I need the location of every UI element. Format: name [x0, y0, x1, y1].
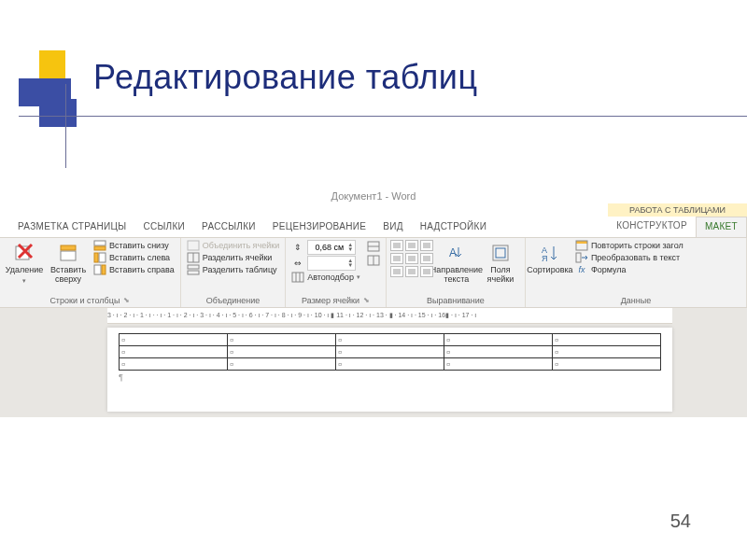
- insert-right-icon: [93, 264, 106, 275]
- repeat-header-icon: [575, 240, 588, 251]
- distribute-cols-icon: [367, 255, 380, 266]
- dropdown-icon: ▾: [357, 273, 360, 281]
- rows-cols-launcher[interactable]: ⬊: [123, 296, 130, 305]
- align-tr[interactable]: [420, 240, 433, 251]
- group-alignment-label: Выравнивание: [427, 296, 485, 305]
- text-direction-button[interactable]: A Направление текста: [436, 240, 477, 287]
- repeat-header-button[interactable]: Повторить строки загол: [573, 240, 685, 251]
- cell-margins-label: Поля ячейки: [481, 266, 520, 285]
- distribute-cols-button[interactable]: [365, 255, 382, 266]
- row-height-input[interactable]: [310, 242, 345, 253]
- formula-button[interactable]: fx Формула: [573, 264, 685, 275]
- slide-number: 54: [670, 511, 691, 532]
- svg-rect-28: [576, 253, 581, 262]
- group-rows-cols-label: Строки и столбцы: [49, 296, 120, 305]
- insert-right-label: Вставить справа: [109, 265, 175, 274]
- insert-below-icon: [93, 240, 106, 251]
- horizontal-ruler[interactable]: 3 · ı · 2 · ı · 1 · ı · · ı · 1 · ı · 2 …: [107, 308, 672, 324]
- svg-rect-13: [188, 271, 199, 274]
- align-tl[interactable]: [390, 240, 403, 251]
- ribbon: Удаление ▾ Вставить сверху Вставить сниз…: [0, 238, 747, 308]
- tab-design[interactable]: КОНСТРУКТОР: [608, 217, 696, 237]
- svg-rect-9: [188, 241, 199, 250]
- split-table-icon: [187, 264, 200, 275]
- insert-below-button[interactable]: Вставить снизу: [92, 240, 176, 251]
- document-page[interactable]: ¤¤¤¤¤ ¤¤¤¤¤ ¤¤¤¤¤ ¶: [107, 328, 672, 412]
- autofit-button[interactable]: Автоподбор ▾: [289, 272, 362, 283]
- table-row: ¤¤¤¤¤: [120, 346, 661, 358]
- svg-rect-8: [102, 265, 106, 274]
- convert-text-button[interactable]: Преобразовать в текст: [573, 252, 685, 263]
- svg-rect-4: [94, 246, 106, 250]
- insert-left-label: Вставить слева: [109, 253, 170, 262]
- cell-size-launcher[interactable]: ⬊: [363, 296, 370, 305]
- group-rows-cols: Удаление ▾ Вставить сверху Вставить сниз…: [0, 238, 181, 307]
- align-mr[interactable]: [420, 253, 433, 264]
- insert-below-label: Вставить снизу: [109, 241, 169, 250]
- row-height-icon: ⇕: [291, 242, 304, 253]
- insert-right-button[interactable]: Вставить справа: [92, 264, 176, 275]
- insert-left-icon: [93, 252, 106, 263]
- align-br[interactable]: [420, 266, 433, 277]
- align-ml[interactable]: [390, 253, 403, 264]
- svg-rect-1: [61, 251, 76, 260]
- formula-label: Формула: [591, 265, 627, 274]
- document-area: 3 · ı · 2 · ı · 1 · ı · · ı · 1 · ı · 2 …: [0, 308, 747, 417]
- sort-button[interactable]: AЯ Сортировка: [529, 240, 571, 277]
- text-direction-icon: A: [445, 242, 468, 264]
- tab-mailings[interactable]: РАССЫЛКИ: [193, 217, 264, 237]
- group-merge: Объединить ячейки Разделить ячейки Разде…: [181, 238, 286, 307]
- svg-rect-3: [94, 241, 106, 245]
- svg-rect-12: [188, 265, 199, 269]
- svg-rect-14: [292, 273, 303, 282]
- row-height-field[interactable]: ⇕ ▲▼: [289, 240, 362, 255]
- split-cells-icon: [187, 252, 200, 263]
- dropdown-icon: ▾: [22, 277, 26, 285]
- group-alignment: A Направление текста Поля ячейки Выравни…: [387, 238, 526, 307]
- col-width-field[interactable]: ⇔ ▲▼: [289, 256, 362, 271]
- svg-rect-23: [496, 248, 505, 258]
- merge-cells-label: Объединить ячейки: [203, 241, 279, 250]
- cell-margins-icon: [489, 242, 512, 264]
- spinner-icon[interactable]: ▲▼: [347, 259, 353, 268]
- tab-review[interactable]: РЕЦЕНЗИРОВАНИЕ: [264, 217, 374, 237]
- align-mc[interactable]: [405, 253, 418, 264]
- merge-cells-icon: [187, 240, 200, 251]
- merge-cells-button: Объединить ячейки: [185, 240, 281, 251]
- alignment-grid: [390, 240, 433, 277]
- tab-addins[interactable]: НАДСТРОЙКИ: [412, 217, 495, 237]
- split-cells-button[interactable]: Разделить ячейки: [185, 252, 281, 263]
- context-header: РАБОТА С ТАБЛИЦАМИ: [608, 203, 747, 217]
- tab-references[interactable]: ССЫЛКИ: [134, 217, 193, 237]
- context-tab-group: РАБОТА С ТАБЛИЦАМИ КОНСТРУКТОР МАКЕТ: [608, 203, 747, 237]
- distribute-rows-button[interactable]: [365, 241, 382, 252]
- align-tc[interactable]: [405, 240, 418, 251]
- distribute-rows-icon: [367, 241, 380, 252]
- sort-icon: AЯ: [539, 242, 561, 264]
- text-direction-label: Направление текста: [430, 266, 483, 285]
- insert-left-button[interactable]: Вставить слева: [92, 252, 176, 263]
- group-data-label: Данные: [621, 296, 652, 305]
- table-row: ¤¤¤¤¤: [120, 334, 661, 346]
- delete-icon: [13, 242, 35, 264]
- cell-margins-button[interactable]: Поля ячейки: [480, 240, 521, 287]
- sort-label: Сортировка: [527, 266, 572, 275]
- split-table-button[interactable]: Разделить таблицу: [185, 264, 281, 275]
- insert-above-button[interactable]: Вставить сверху: [48, 240, 89, 287]
- tab-layout[interactable]: МАКЕТ: [696, 217, 747, 237]
- formula-icon: fx: [575, 264, 588, 275]
- tab-page-layout[interactable]: РАЗМЕТКА СТРАНИЦЫ: [9, 217, 134, 237]
- slide-decoration: [19, 50, 93, 127]
- group-data: AЯ Сортировка Повторить строки загол Пре…: [526, 238, 747, 307]
- col-width-input[interactable]: [310, 258, 345, 269]
- spinner-icon[interactable]: ▲▼: [347, 243, 353, 252]
- align-bl[interactable]: [390, 266, 403, 277]
- align-bc[interactable]: [405, 266, 418, 277]
- tab-view[interactable]: ВИД: [374, 217, 412, 237]
- window-title: Документ1 - Word: [0, 187, 747, 203]
- autofit-label: Автоподбор: [307, 273, 354, 282]
- svg-rect-22: [493, 245, 508, 260]
- delete-label: Удаление: [6, 266, 44, 275]
- delete-button[interactable]: Удаление ▾: [4, 240, 45, 287]
- document-table[interactable]: ¤¤¤¤¤ ¤¤¤¤¤ ¤¤¤¤¤: [119, 333, 661, 371]
